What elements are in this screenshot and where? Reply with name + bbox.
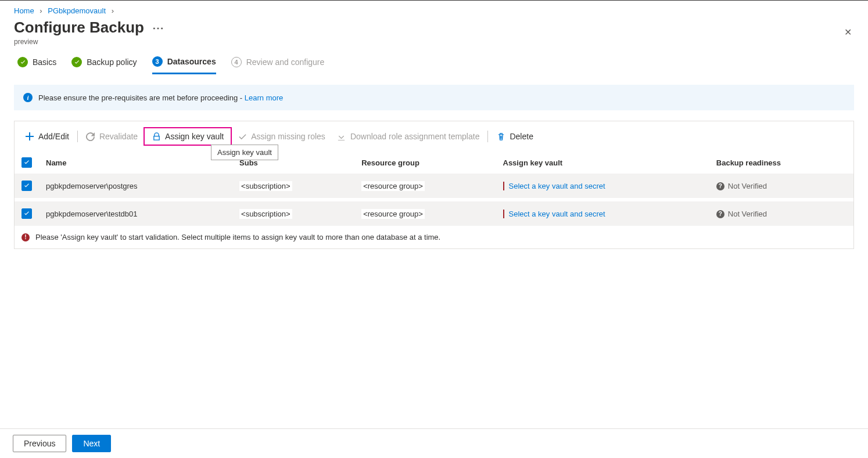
row-resource-group: <resource group>	[361, 209, 425, 219]
row-subscription: <subscription>	[239, 181, 292, 191]
separator	[77, 131, 78, 142]
validation-warning: ! Please 'Assign key vault' to start val…	[15, 226, 853, 248]
status-text: Not Verified	[728, 210, 767, 218]
assign-missing-roles-label: Assign missing roles	[251, 132, 325, 141]
assign-key-vault-button[interactable]: Assign key vault	[146, 129, 229, 143]
step-backup-policy[interactable]: Backup policy	[71, 57, 137, 73]
breadcrumb-home[interactable]: Home	[14, 6, 34, 15]
ellipsis-icon[interactable]: ⋯	[152, 21, 164, 35]
question-icon: ?	[716, 210, 724, 218]
select-all-checkbox[interactable]	[21, 157, 32, 168]
separator	[487, 131, 488, 142]
step-review: 4 Review and configure	[231, 57, 325, 73]
col-resource-group: Resource group	[354, 152, 496, 174]
add-edit-button[interactable]: Add/Edit	[19, 129, 75, 143]
step-number-icon: 3	[152, 56, 163, 67]
page-title: Configure Backup	[14, 19, 144, 37]
status-badge: ?Not Verified	[716, 210, 767, 218]
row-name: pgbkpdemoserver\postgres	[39, 174, 232, 200]
status-text: Not Verified	[728, 182, 767, 190]
table-row[interactable]: pgbkpdemoserver\postgres <subscription> …	[15, 174, 853, 200]
check-icon	[238, 132, 247, 141]
row-checkbox[interactable]	[21, 208, 32, 219]
breadcrumb: Home › PGbkpdemovault ›	[0, 1, 868, 19]
check-icon	[71, 57, 82, 67]
error-icon: !	[21, 233, 30, 241]
chevron-right-icon: ›	[112, 6, 114, 15]
toolbar: Add/Edit Revalidate Assign key vault Ass…	[15, 121, 853, 152]
download-icon	[337, 132, 346, 141]
delete-label: Delete	[510, 132, 533, 141]
row-resource-group: <resource group>	[361, 181, 425, 191]
close-icon[interactable]: ✕	[842, 24, 854, 40]
info-banner: i Please ensure the pre-requisites are m…	[14, 85, 854, 110]
step-datasources-label: Datasources	[167, 57, 216, 66]
check-icon	[17, 57, 28, 67]
status-badge: ?Not Verified	[716, 182, 767, 190]
step-basics[interactable]: Basics	[17, 57, 56, 73]
tooltip: Assign key vault	[211, 145, 278, 160]
assign-key-vault-label: Assign key vault	[165, 132, 224, 141]
step-policy-label: Backup policy	[87, 57, 137, 67]
download-template-label: Download role assignment template	[350, 132, 480, 141]
revalidate-button: Revalidate	[80, 129, 144, 143]
step-review-label: Review and configure	[246, 57, 325, 67]
info-text: Please ensure the pre-requisites are met…	[38, 93, 245, 102]
question-icon: ?	[716, 182, 724, 190]
delete-button[interactable]: Delete	[490, 129, 539, 143]
revalidate-label: Revalidate	[99, 132, 138, 141]
select-key-vault-link[interactable]: Select a key vault and secret	[503, 182, 605, 190]
row-name: pgbkpdemoserver\testdb01	[39, 200, 232, 226]
page-subtitle: preview	[14, 38, 164, 46]
plus-icon	[25, 132, 34, 141]
learn-more-link[interactable]: Learn more	[245, 93, 283, 102]
row-subscription: <subscription>	[239, 209, 292, 219]
add-edit-label: Add/Edit	[38, 132, 69, 141]
trash-icon	[496, 132, 505, 141]
step-basics-label: Basics	[33, 57, 56, 67]
warning-text: Please 'Assign key vault' to start valid…	[35, 233, 440, 241]
step-number-icon: 4	[231, 57, 242, 67]
select-key-vault-link[interactable]: Select a key vault and secret	[503, 210, 605, 218]
col-readiness: Backup readiness	[709, 152, 853, 174]
col-name: Name	[39, 152, 232, 174]
col-key-vault: Assign key vault	[496, 152, 709, 174]
breadcrumb-vault[interactable]: PGbkpdemovault	[48, 6, 106, 15]
row-checkbox[interactable]	[21, 181, 32, 191]
refresh-icon	[86, 132, 95, 141]
assign-missing-roles-button: Assign missing roles	[232, 129, 331, 143]
step-datasources[interactable]: 3 Datasources	[152, 56, 216, 74]
datasources-table: Name Subs Resource group Assign key vaul…	[15, 152, 853, 226]
wizard-steps: Basics Backup policy 3 Datasources 4 Rev…	[0, 46, 868, 74]
highlight-annotation: Assign key vault	[144, 127, 232, 146]
lock-icon	[152, 132, 161, 141]
table-row[interactable]: pgbkpdemoserver\testdb01 <subscription> …	[15, 200, 853, 226]
info-icon: i	[23, 93, 33, 102]
download-template-button: Download role assignment template	[331, 129, 486, 143]
chevron-right-icon: ›	[40, 6, 42, 15]
